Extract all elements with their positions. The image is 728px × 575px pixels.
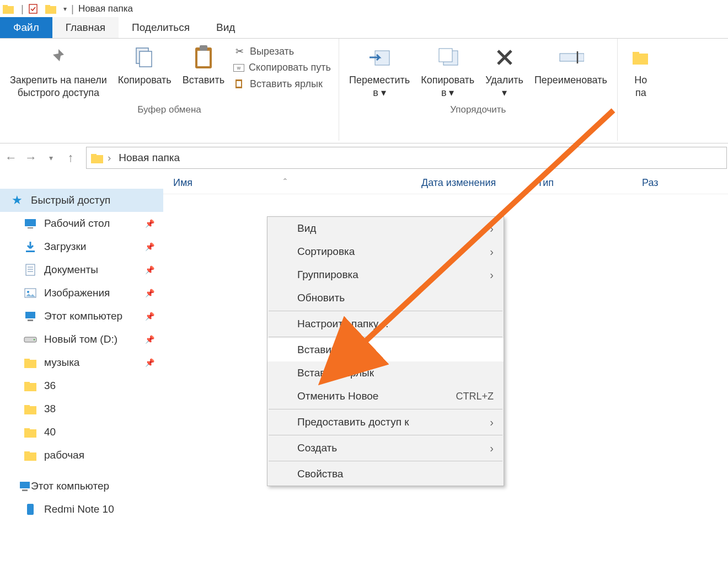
pin-label: Закрепить на панели быстрого доступа: [10, 74, 107, 99]
paste-shortcut-button[interactable]: Вставить ярлык: [233, 76, 331, 92]
clipboard-icon: [190, 44, 217, 71]
sidebar-item-3[interactable]: Изображения📌: [0, 281, 163, 305]
ctx-view[interactable]: Вид›: [267, 217, 504, 240]
sidebar-quick-access[interactable]: ★ Быстрый доступ: [0, 189, 163, 212]
svg-rect-20: [91, 154, 97, 157]
copy-button[interactable]: Копировать: [113, 41, 177, 90]
downloads-icon: [23, 239, 38, 254]
back-button[interactable]: ←: [1, 148, 21, 168]
pin-icon: 📌: [145, 265, 154, 274]
breadcrumb[interactable]: Новая папка: [119, 152, 180, 164]
move-to-button[interactable]: Переместить в ▾: [344, 41, 415, 102]
svg-rect-18: [633, 52, 639, 56]
ctx-share-access[interactable]: Предоставить доступ к›: [267, 411, 504, 434]
ctx-paste-shortcut[interactable]: Вставить ярлык: [267, 361, 504, 385]
ribbon-tabs: Файл Главная Поделиться Вид: [0, 18, 728, 39]
shortcut-icon: [233, 78, 245, 90]
tab-share[interactable]: Поделиться: [119, 17, 203, 38]
move-to-icon: [366, 44, 393, 71]
pin-icon: 📌: [145, 358, 154, 367]
sidebar-item-6[interactable]: музыка📌: [0, 351, 163, 374]
svg-rect-35: [24, 359, 30, 362]
delete-button[interactable]: Удалить ▾: [480, 41, 529, 102]
svg-rect-15: [560, 54, 584, 61]
menu-separator: [269, 337, 502, 337]
sidebar-item-10[interactable]: рабочая: [0, 444, 163, 467]
ctx-refresh[interactable]: Обновить: [267, 286, 504, 310]
svg-rect-45: [22, 489, 28, 491]
ctx-new[interactable]: Создать›: [267, 436, 504, 460]
rename-button[interactable]: Переименовать: [529, 41, 613, 90]
sidebar-item-7[interactable]: 36: [0, 374, 163, 397]
sidebar-this-pc[interactable]: Этот компьютер: [0, 475, 163, 498]
tab-view[interactable]: Вид: [203, 17, 248, 38]
ribbon-group-new-partial: Но па: [618, 39, 664, 141]
path-icon: w: [233, 64, 244, 72]
recent-dropdown[interactable]: ▾: [41, 148, 61, 168]
column-type[interactable]: Тип: [537, 177, 642, 189]
tab-file[interactable]: Файл: [0, 17, 52, 38]
up-button[interactable]: ↑: [61, 148, 81, 168]
pin-icon: [45, 44, 72, 71]
copy-to-button[interactable]: Копировать в ▾: [415, 41, 480, 102]
column-name[interactable]: Имя ˆ: [173, 177, 421, 189]
ctx-paste[interactable]: Вставить: [267, 338, 504, 361]
folder-icon: [23, 425, 38, 439]
ctx-group[interactable]: Группировка›: [267, 263, 504, 286]
copy-path-button[interactable]: w Скопировать путь: [233, 60, 331, 76]
x-icon: [491, 44, 518, 71]
ctx-undo[interactable]: Отменить НовоеCTRL+Z: [267, 385, 504, 408]
address-bar[interactable]: › Новая папка: [86, 147, 727, 169]
pin-icon: 📌: [145, 312, 154, 321]
menu-separator: [269, 409, 502, 409]
ctx-customize[interactable]: Настроить папку…: [267, 312, 504, 336]
sidebar-item-1[interactable]: Загрузки📌: [0, 235, 163, 258]
svg-rect-11: [237, 81, 241, 87]
forward-button[interactable]: →: [21, 148, 41, 168]
pin-icon: 📌: [145, 335, 154, 344]
paste-label: Вставить: [183, 74, 224, 87]
context-menu: Вид› Сортировка› Группировка› Обновить Н…: [267, 216, 504, 486]
svg-rect-2: [29, 4, 37, 13]
sidebar-item-9[interactable]: 40: [0, 420, 163, 444]
tab-home[interactable]: Главная: [52, 17, 119, 38]
svg-rect-43: [24, 451, 30, 455]
scissors-icon: ✂: [233, 45, 245, 57]
desktop-icon: [23, 216, 38, 231]
qat-dropdown-icon[interactable]: ▾: [63, 5, 67, 13]
ribbon: Закрепить на панели быстрого доступа Коп…: [0, 39, 728, 143]
svg-rect-31: [28, 320, 33, 321]
ctx-sort[interactable]: Сортировка›: [267, 240, 504, 263]
titlebar-separator-2: |: [71, 3, 74, 15]
sidebar-item-phone[interactable]: Redmi Note 10: [0, 498, 163, 521]
column-date[interactable]: Дата изменения: [421, 177, 537, 189]
svg-rect-14: [439, 49, 452, 62]
svg-point-33: [34, 339, 35, 340]
chevron-right-icon: ›: [490, 246, 494, 258]
sidebar-item-2[interactable]: Документы📌: [0, 258, 163, 281]
sidebar-item-0[interactable]: Рабочий стол📌: [0, 212, 163, 235]
sidebar-item-5[interactable]: Новый том (D:)📌: [0, 328, 163, 351]
pin-quick-access-button[interactable]: Закрепить на панели быстрого доступа: [4, 41, 113, 102]
svg-rect-1: [3, 5, 8, 8]
svg-rect-21: [25, 219, 36, 226]
phone-icon: [23, 502, 38, 517]
pin-icon: 📌: [145, 242, 154, 251]
sidebar-item-4[interactable]: Этот компьютер📌: [0, 305, 163, 328]
paste-button[interactable]: Вставить: [177, 41, 230, 90]
pin-icon: 📌: [145, 219, 154, 228]
sidebar-item-8[interactable]: 38: [0, 397, 163, 420]
rename-label: Переименовать: [534, 74, 607, 87]
sort-up-icon: ˆ: [283, 177, 287, 188]
new-folder-icon: [628, 44, 654, 71]
cut-button[interactable]: ✂ Вырезать: [233, 43, 331, 60]
qat-folder-icon[interactable]: [44, 2, 58, 16]
qat-properties-icon[interactable]: [26, 2, 40, 16]
navigation-tree: ★ Быстрый доступ Рабочий стол📌Загрузки📌Д…: [0, 172, 163, 575]
new-folder-button[interactable]: Но па: [622, 41, 660, 102]
svg-rect-44: [20, 482, 30, 488]
ctx-properties[interactable]: Свойства: [267, 462, 504, 486]
copy-label: Копировать: [118, 74, 172, 87]
window-title: Новая папка: [78, 3, 133, 14]
column-size[interactable]: Раз: [642, 177, 680, 189]
